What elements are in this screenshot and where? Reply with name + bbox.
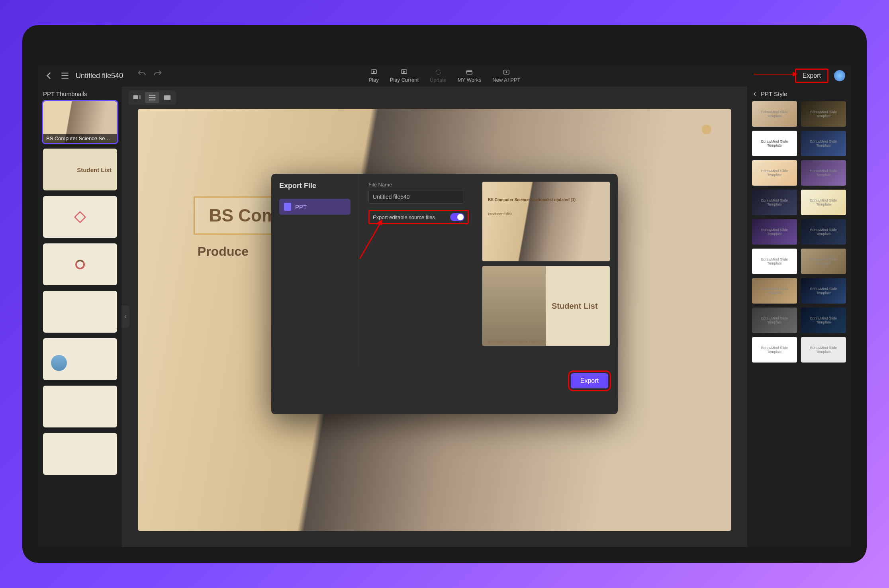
export-confirm-button[interactable]: Export [571, 373, 608, 388]
toggle-switch[interactable] [450, 213, 464, 221]
export-preview-slide: Student List MUHAMMAD HASSNAIN KHAN (SP) [482, 266, 610, 346]
filename-input[interactable] [368, 190, 464, 204]
dialog-title: Export File [279, 182, 351, 190]
ppt-file-icon [284, 203, 291, 211]
annotation-arrow-toggle [359, 220, 382, 259]
export-dialog: ✕ Export File PPT File Name Export edita… [271, 174, 618, 414]
filename-label: File Name [368, 182, 473, 188]
export-preview-slide: BS Computer Science Sectionalist updated… [482, 182, 610, 261]
format-option-ppt[interactable]: PPT [279, 199, 351, 215]
modal-overlay: ✕ Export File PPT File Name Export edita… [38, 65, 851, 547]
